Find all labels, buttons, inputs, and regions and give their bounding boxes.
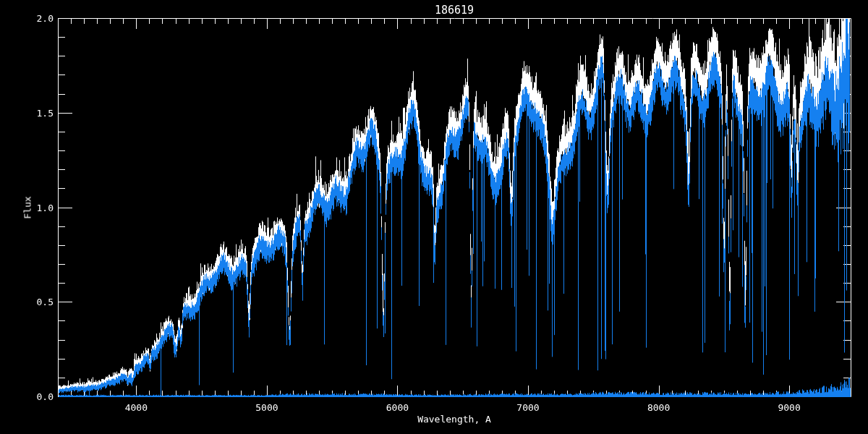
x-tick-label: 8000	[637, 402, 681, 413]
x-tick-label: 5000	[245, 402, 289, 413]
y-tick-label: 2.0	[20, 13, 54, 24]
x-tick-label: 9000	[767, 402, 811, 413]
x-tick-label: 4000	[114, 402, 158, 413]
x-tick-label: 6000	[375, 402, 419, 413]
x-tick-label: 7000	[506, 402, 550, 413]
y-tick-label: 1.0	[20, 203, 54, 213]
y-tick-label: 0.0	[20, 391, 54, 402]
y-tick-label: 1.5	[20, 108, 54, 119]
x-axis-label: Wavelength, A	[382, 414, 527, 425]
plot-title: 186619	[382, 4, 527, 17]
spectrum-plot-canvas	[0, 0, 868, 434]
spectrum-figure: 186619 Flux Wavelength, A 0.00.51.01.52.…	[0, 0, 868, 434]
y-tick-label: 0.5	[20, 297, 54, 307]
